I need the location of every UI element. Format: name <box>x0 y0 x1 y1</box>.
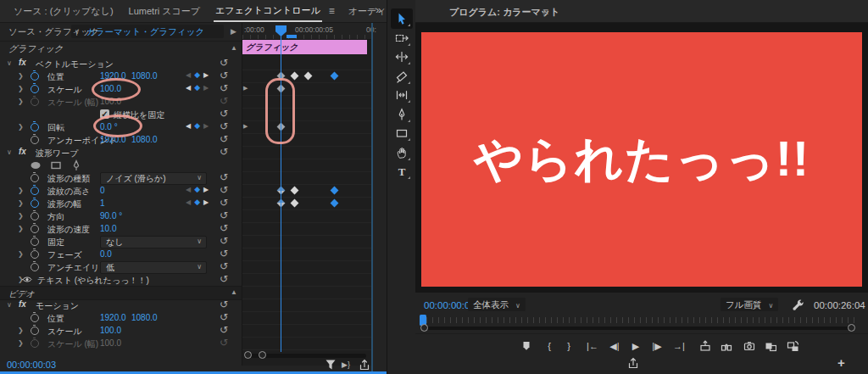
reset-parameter-icon[interactable]: ↺ <box>220 197 228 209</box>
parameter-dropdown-アンチエイリアス (最高...[interactable]: 低∨ <box>100 261 207 274</box>
comparison-view-button[interactable] <box>761 338 780 354</box>
parameter-value[interactable]: 100.0 <box>100 97 121 106</box>
expander-icon[interactable]: ❯ <box>18 250 24 258</box>
rectangle-tool-icon[interactable] <box>395 126 409 140</box>
program-scrub-bar[interactable] <box>420 317 860 323</box>
expander-icon[interactable]: ❯ <box>18 212 24 220</box>
parameter-value[interactable]: 100.0 <box>100 84 121 93</box>
tab-3[interactable]: エフェクトコントロール <box>214 0 322 22</box>
export-frame-button[interactable] <box>740 338 759 354</box>
track-select-forward-tool-icon[interactable] <box>395 31 409 45</box>
stopwatch-icon[interactable] <box>31 212 39 220</box>
parameter-value[interactable]: 1080.0 <box>131 135 158 144</box>
effect-panel-timecode[interactable]: 00:00:00:03 <box>7 360 56 370</box>
reset-parameter-icon[interactable]: ↺ <box>220 108 228 120</box>
expander-icon[interactable]: ❯ <box>18 123 24 131</box>
parameter-value[interactable]: 10.0 <box>100 224 116 233</box>
next-keyframe-icon[interactable]: ▶ <box>203 71 209 79</box>
parameter-value[interactable]: 0.0 <box>100 249 112 259</box>
zoom-level-dropdown[interactable]: 全体表示∨ <box>468 298 526 311</box>
stopwatch-icon[interactable] <box>31 225 39 233</box>
expander-icon[interactable]: ❯ <box>18 85 24 92</box>
playhead-line[interactable] <box>281 34 282 352</box>
parameter-value[interactable]: 1920.0 <box>100 71 126 81</box>
previous-keyframe-icon[interactable]: ◀ <box>186 122 191 130</box>
stopwatch-icon[interactable] <box>31 72 39 81</box>
stopwatch-icon[interactable] <box>31 199 39 208</box>
parameter-value[interactable]: 100.0 <box>100 338 121 348</box>
panel-arrow-icon[interactable]: ▶ <box>231 27 236 36</box>
next-keyframe-icon[interactable]: ▶ <box>203 122 209 130</box>
selection-tool-icon[interactable] <box>395 12 409 25</box>
expander-icon[interactable]: ❯ <box>18 339 24 347</box>
create-ellipse-mask-icon[interactable] <box>29 159 42 172</box>
play-in-to-out-icon[interactable]: ▶} <box>342 359 355 371</box>
add-keyframe-icon[interactable]: ◆ <box>194 121 200 130</box>
reset-parameter-icon[interactable]: ↺ <box>220 133 228 145</box>
stopwatch-icon[interactable] <box>31 85 39 93</box>
hand-tool-icon[interactable] <box>395 146 409 159</box>
master-graphic-header[interactable]: グラフィック ▲ <box>0 42 242 56</box>
expander-icon[interactable]: ❯ <box>18 98 24 105</box>
playback-quality-dropdown[interactable]: フル画質∨ <box>721 298 778 311</box>
timeline-ruler[interactable]: :00:0000:00:00:0500: <box>242 23 371 40</box>
stopwatch-icon[interactable] <box>31 136 39 144</box>
mark-out-button[interactable]: } <box>559 338 578 354</box>
reset-parameter-icon[interactable]: ↺ <box>220 324 228 336</box>
effect-header-モーション[interactable]: ∨fxモーション↺ <box>0 299 242 311</box>
reset-parameter-icon[interactable]: ↺ <box>220 311 228 323</box>
panel-menu-icon[interactable]: ≡ <box>329 5 335 17</box>
parameter-value[interactable]: 0.0 ° <box>100 122 118 131</box>
reset-parameter-icon[interactable]: ↺ <box>220 273 228 285</box>
add-marker-button[interactable] <box>517 338 536 354</box>
parameter-value[interactable]: 0 <box>100 186 105 195</box>
eye-visibility-icon[interactable] <box>22 276 32 283</box>
wrench-settings-icon[interactable] <box>792 299 805 313</box>
chevron-down-icon[interactable]: ∨ <box>7 59 12 67</box>
add-keyframe-icon[interactable]: ◆ <box>194 70 200 79</box>
dropdown-row-固定[interactable]: 固定なし∨↺ <box>0 235 242 248</box>
add-keyframe-icon[interactable]: ◆ <box>194 83 200 92</box>
clip-name-label[interactable]: カラーマット・グラフィック <box>86 26 204 38</box>
tab-2[interactable]: Lumetri スコープ <box>127 1 203 21</box>
param-row-スケール[interactable]: ❯スケール100.0◀◆▶↺ <box>0 82 242 95</box>
pen-tool-icon[interactable] <box>395 108 409 121</box>
param-row-位置[interactable]: ❯位置1920.01080.0◀◆▶↺ <box>0 70 242 82</box>
mark-in-button[interactable]: { <box>540 338 559 354</box>
reset-parameter-icon[interactable]: ↺ <box>220 209 228 221</box>
stopwatch-icon[interactable] <box>31 263 39 271</box>
param-row-スケール (幅)[interactable]: ❯スケール (幅)100.0↺ <box>0 95 242 108</box>
parameter-dropdown-固定[interactable]: なし∨ <box>100 236 207 248</box>
param-row-スケール (幅)[interactable]: ❯スケール (幅)100.0↺ <box>0 337 242 349</box>
stopwatch-icon[interactable] <box>31 187 39 195</box>
export-button[interactable] <box>627 357 643 371</box>
play-button[interactable]: ▶ <box>626 338 645 354</box>
collapse-icon[interactable]: ▲ <box>231 44 237 52</box>
param-row-波形の幅[interactable]: ❯波形の幅1◀◆▶↺ <box>0 197 242 209</box>
param-row-回転[interactable]: ❯回転0.0 °◀◆▶↺ <box>0 120 242 133</box>
zoom-handle-left[interactable] <box>420 324 428 332</box>
reset-parameter-icon[interactable]: ↺ <box>220 235 228 247</box>
extract-button[interactable] <box>717 338 736 354</box>
reset-parameter-icon[interactable]: ↺ <box>220 70 228 81</box>
param-row-スケール[interactable]: ❯スケール100.0↺ <box>0 324 242 337</box>
step-back-button[interactable]: ◀| <box>605 338 624 354</box>
stopwatch-icon[interactable] <box>31 123 39 131</box>
chevron-down-icon[interactable]: ∨ <box>75 28 80 36</box>
add-keyframe-icon[interactable]: ◆ <box>194 198 200 206</box>
param-row-フェーズ[interactable]: ❯フェーズ0.0↺ <box>0 248 242 260</box>
expander-icon[interactable]: ❯ <box>18 327 24 334</box>
parameter-value[interactable]: 1080.0 <box>131 313 158 322</box>
stopwatch-icon[interactable] <box>31 327 39 335</box>
effect-header-波形ワープ[interactable]: ∨fx波形ワープ↺ <box>0 146 242 159</box>
checkbox-row-縦横比を固定[interactable]: ✓縦横比を固定↺ <box>0 108 242 120</box>
stopwatch-icon[interactable] <box>31 314 39 322</box>
multi-camera-button[interactable] <box>783 338 802 354</box>
parameter-value[interactable]: 1920.0 <box>100 313 126 322</box>
next-keyframe-icon[interactable]: ▶ <box>203 198 209 206</box>
keyframe-timeline[interactable]: :00:0000:00:00:0500: グラフィック ▶▶ <box>242 23 371 366</box>
lift-button[interactable] <box>696 338 715 354</box>
stopwatch-icon[interactable] <box>31 174 39 182</box>
dropdown-row-アンチエイリアス (最高...[interactable]: アンチエイリアス (最高...低∨↺ <box>0 260 242 273</box>
expander-icon[interactable]: ❯ <box>18 187 24 194</box>
